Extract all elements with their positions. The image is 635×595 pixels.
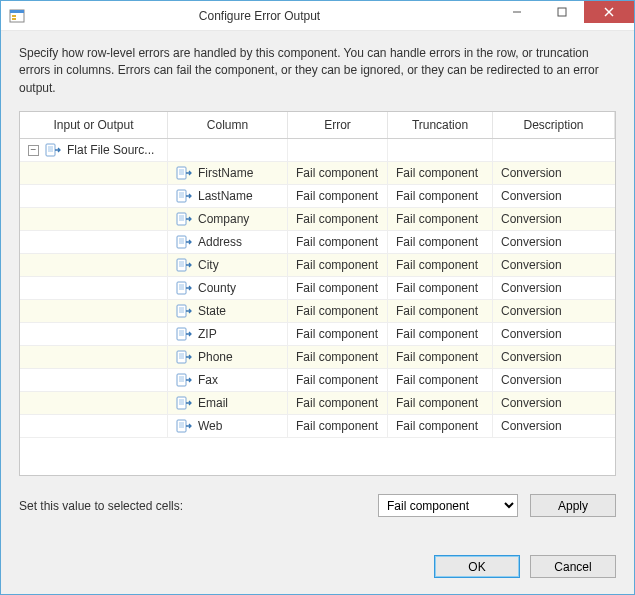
cancel-button[interactable]: Cancel — [530, 555, 616, 578]
instructions-text: Specify how row-level errors are handled… — [19, 45, 616, 97]
column-output-icon — [176, 165, 192, 181]
column-name: LastName — [198, 189, 253, 203]
dialog-window: Configure Error Output Specify how row-l… — [0, 0, 635, 595]
table-row[interactable]: Company Fail component Fail component Co… — [20, 208, 615, 231]
header-input-output[interactable]: Input or Output — [20, 112, 168, 138]
svg-rect-16 — [177, 190, 186, 202]
apply-button[interactable]: Apply — [530, 494, 616, 517]
error-output-grid[interactable]: Input or Output Column Error Truncation … — [19, 111, 616, 476]
column-name: ZIP — [198, 327, 217, 341]
table-row[interactable]: ZIP Fail component Fail component Conver… — [20, 323, 615, 346]
table-row[interactable]: City Fail component Fail component Conve… — [20, 254, 615, 277]
ok-button[interactable]: OK — [434, 555, 520, 578]
titlebar[interactable]: Configure Error Output — [1, 1, 634, 31]
description-cell: Conversion — [493, 231, 615, 253]
column-output-icon — [176, 418, 192, 434]
svg-rect-36 — [177, 305, 186, 317]
error-cell[interactable]: Fail component — [288, 231, 388, 253]
column-output-icon — [176, 211, 192, 227]
apply-row: Set this value to selected cells: Fail c… — [19, 494, 616, 517]
header-error[interactable]: Error — [288, 112, 388, 138]
description-cell: Conversion — [493, 392, 615, 414]
description-cell: Conversion — [493, 254, 615, 276]
table-row[interactable]: Phone Fail component Fail component Conv… — [20, 346, 615, 369]
truncation-cell[interactable]: Fail component — [388, 346, 493, 368]
svg-rect-28 — [177, 259, 186, 271]
error-cell[interactable]: Fail component — [288, 254, 388, 276]
svg-rect-44 — [177, 351, 186, 363]
truncation-cell[interactable]: Fail component — [388, 369, 493, 391]
grid-body[interactable]: − Flat File Sourc... FirstName Fail comp… — [20, 139, 615, 475]
truncation-cell[interactable]: Fail component — [388, 277, 493, 299]
truncation-cell[interactable]: Fail component — [388, 392, 493, 414]
header-description[interactable]: Description — [493, 112, 615, 138]
minimize-button[interactable] — [494, 1, 539, 23]
maximize-button[interactable] — [539, 1, 584, 23]
tree-expander-icon[interactable]: − — [28, 145, 39, 156]
truncation-cell[interactable]: Fail component — [388, 162, 493, 184]
header-column[interactable]: Column — [168, 112, 288, 138]
table-row[interactable]: LastName Fail component Fail component C… — [20, 185, 615, 208]
dialog-content: Specify how row-level errors are handled… — [1, 31, 634, 594]
truncation-cell[interactable]: Fail component — [388, 208, 493, 230]
tree-root-label: Flat File Sourc... — [67, 143, 154, 157]
apply-value-select[interactable]: Fail component — [378, 494, 518, 517]
table-row[interactable]: State Fail component Fail component Conv… — [20, 300, 615, 323]
svg-rect-1 — [10, 10, 24, 13]
table-row[interactable]: Web Fail component Fail component Conver… — [20, 415, 615, 438]
svg-rect-24 — [177, 236, 186, 248]
svg-rect-5 — [558, 8, 566, 16]
column-output-icon — [176, 257, 192, 273]
description-cell: Conversion — [493, 323, 615, 345]
svg-rect-8 — [46, 144, 55, 156]
dialog-footer: OK Cancel — [19, 545, 616, 578]
error-cell[interactable]: Fail component — [288, 369, 388, 391]
table-row[interactable]: FirstName Fail component Fail component … — [20, 162, 615, 185]
column-name: County — [198, 281, 236, 295]
svg-rect-20 — [177, 213, 186, 225]
column-name: Email — [198, 396, 228, 410]
column-name: City — [198, 258, 219, 272]
column-output-icon — [176, 349, 192, 365]
column-output-icon — [176, 395, 192, 411]
error-cell[interactable]: Fail component — [288, 346, 388, 368]
truncation-cell[interactable]: Fail component — [388, 323, 493, 345]
truncation-cell[interactable]: Fail component — [388, 415, 493, 437]
source-output-icon — [45, 142, 61, 158]
svg-rect-12 — [177, 167, 186, 179]
column-name: FirstName — [198, 166, 253, 180]
svg-rect-52 — [177, 397, 186, 409]
svg-rect-48 — [177, 374, 186, 386]
header-truncation[interactable]: Truncation — [388, 112, 493, 138]
app-icon — [9, 8, 25, 24]
error-cell[interactable]: Fail component — [288, 392, 388, 414]
error-cell[interactable]: Fail component — [288, 323, 388, 345]
error-cell[interactable]: Fail component — [288, 208, 388, 230]
column-name: State — [198, 304, 226, 318]
svg-rect-40 — [177, 328, 186, 340]
svg-rect-3 — [12, 18, 16, 20]
column-output-icon — [176, 234, 192, 250]
table-row[interactable]: − Flat File Sourc... — [20, 139, 615, 162]
truncation-cell[interactable]: Fail component — [388, 300, 493, 322]
error-cell[interactable]: Fail component — [288, 415, 388, 437]
error-cell[interactable]: Fail component — [288, 162, 388, 184]
column-name: Web — [198, 419, 222, 433]
description-cell: Conversion — [493, 277, 615, 299]
close-button[interactable] — [584, 1, 634, 23]
error-cell[interactable]: Fail component — [288, 300, 388, 322]
window-title: Configure Error Output — [25, 9, 494, 23]
error-cell[interactable]: Fail component — [288, 185, 388, 207]
truncation-cell[interactable]: Fail component — [388, 185, 493, 207]
description-cell: Conversion — [493, 369, 615, 391]
truncation-cell[interactable]: Fail component — [388, 231, 493, 253]
table-row[interactable]: County Fail component Fail component Con… — [20, 277, 615, 300]
truncation-cell[interactable]: Fail component — [388, 254, 493, 276]
description-cell: Conversion — [493, 346, 615, 368]
error-cell[interactable]: Fail component — [288, 277, 388, 299]
table-row[interactable]: Address Fail component Fail component Co… — [20, 231, 615, 254]
table-row[interactable]: Fax Fail component Fail component Conver… — [20, 369, 615, 392]
column-name: Address — [198, 235, 242, 249]
table-row[interactable]: Email Fail component Fail component Conv… — [20, 392, 615, 415]
description-cell: Conversion — [493, 300, 615, 322]
